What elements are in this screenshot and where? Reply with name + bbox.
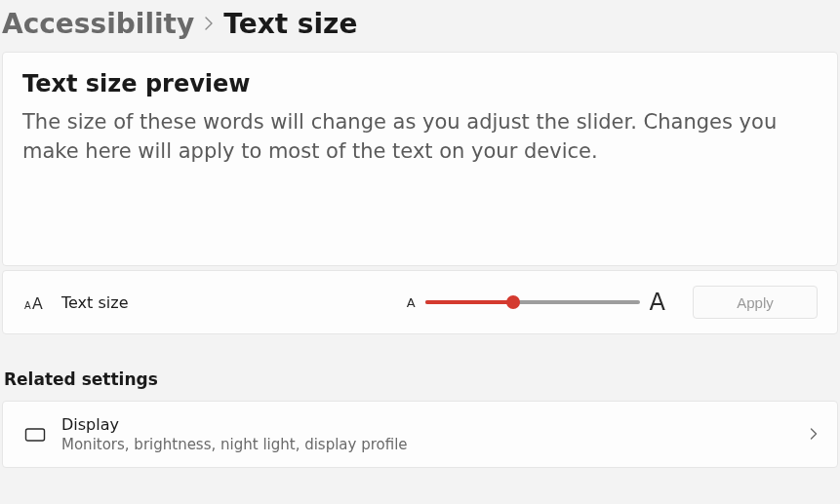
- slider-label: Text size: [61, 293, 393, 312]
- svg-text:A: A: [32, 295, 43, 311]
- text-size-icon: A A: [22, 293, 48, 311]
- related-item-subtitle: Monitors, brightness, night light, displ…: [61, 436, 796, 453]
- breadcrumb-parent-link[interactable]: Accessibility: [2, 8, 194, 40]
- svg-text:A: A: [24, 300, 31, 311]
- preview-title: Text size preview: [22, 70, 818, 97]
- display-icon: [22, 427, 48, 443]
- breadcrumb: Accessibility Text size: [2, 4, 838, 52]
- chevron-right-icon: [204, 14, 214, 34]
- svg-rect-2: [26, 429, 45, 441]
- text-size-slider[interactable]: [425, 293, 640, 311]
- breadcrumb-current: Text size: [223, 8, 357, 40]
- text-size-slider-row: A A Text size A A Apply: [2, 270, 838, 334]
- related-settings-header: Related settings: [4, 369, 838, 389]
- chevron-right-icon: [810, 425, 818, 444]
- slider-min-glyph: A: [407, 295, 416, 310]
- related-item-title: Display: [61, 415, 796, 434]
- preview-body-text: The size of these words will change as y…: [22, 107, 818, 167]
- slider-max-glyph: A: [650, 289, 665, 316]
- apply-button[interactable]: Apply: [693, 286, 818, 319]
- text-size-preview-card: Text size preview The size of these word…: [2, 52, 838, 266]
- related-display-row[interactable]: Display Monitors, brightness, night ligh…: [2, 401, 838, 468]
